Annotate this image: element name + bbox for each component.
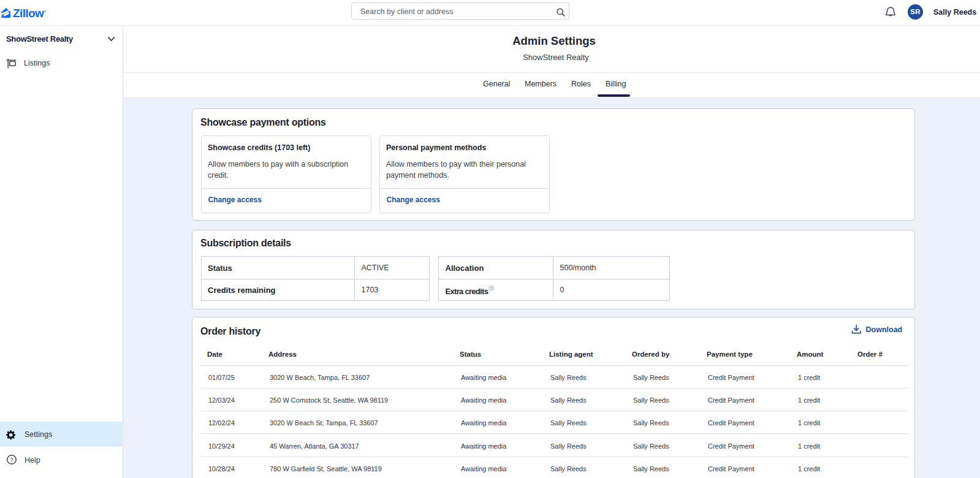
svg-text:Zillow: Zillow (13, 7, 44, 19)
svg-text:?: ? (10, 457, 13, 463)
